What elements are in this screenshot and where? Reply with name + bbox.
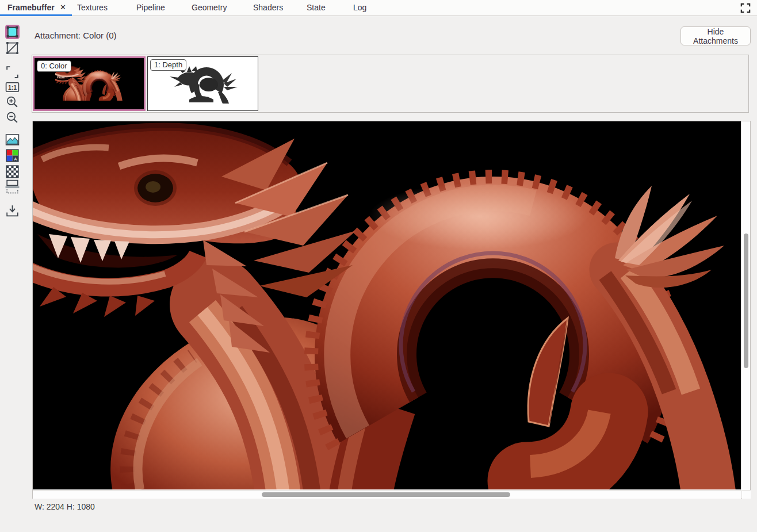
attachment-badge: 0: Color [37,60,71,72]
attachment-badge: 1: Depth [150,59,186,71]
tab-shaders[interactable]: Shaders [253,0,283,16]
zoom-in-icon [5,94,20,110]
tab-state[interactable]: State [307,0,326,16]
actual-size-button[interactable]: 1:1 [5,79,20,95]
tab-geometry[interactable]: Geometry [192,0,227,16]
horizontal-scrollbar-thumb[interactable] [262,492,510,497]
flip-vertical-icon [5,179,20,194]
framebuffer-render [33,121,741,489]
background-image-button[interactable] [5,132,20,148]
tab-pipeline[interactable]: Pipeline [136,0,165,16]
one-to-one-icon: 1:1 [5,79,20,95]
attachment-label: Attachment: Color (0) [35,30,117,40]
hide-attachments-button[interactable]: Hide Attachments [680,26,751,45]
tab-framebuffer[interactable]: Framebuffer [7,0,55,16]
save-icon [5,203,20,219]
alpha-checkerboard-button[interactable] [5,164,20,179]
svg-text:A: A [14,156,17,162]
horizontal-scrollbar[interactable] [33,490,741,499]
diagonal-square-icon [5,40,20,56]
checkerboard-icon [5,164,20,179]
tab-bar: Framebuffer ✕ Textures Pipeline Geometry… [0,0,757,16]
attachments-strip: 0: Color 1: Depth [32,55,749,113]
save-image-button[interactable] [5,203,20,219]
framebuffer-dimensions: W: 2204 H: 1080 [35,502,95,511]
fullscreen-icon[interactable] [740,3,751,13]
zoom-out-button[interactable] [5,110,20,125]
zoom-in-button[interactable] [5,94,20,110]
image-icon [5,132,20,148]
vertical-scrollbar[interactable] [741,121,750,489]
rgba-channels-icon: A [5,148,20,163]
no-attachment-button[interactable] [5,40,20,56]
color-attachment-swatch-button[interactable] [5,24,20,40]
active-tab-underline [0,14,72,16]
fit-window-icon [5,64,20,80]
framebuffer-viewport[interactable] [33,121,741,489]
attachment-thumb-color[interactable]: 0: Color [33,56,146,111]
fit-to-window-button[interactable] [5,64,20,80]
flip-vertical-button[interactable] [5,179,20,194]
scrollbar-corner [741,490,751,499]
tab-close-icon[interactable]: ✕ [60,0,66,16]
zoom-out-icon [5,110,20,125]
framebuffer-viewer [32,121,751,499]
tab-log[interactable]: Log [353,0,366,16]
tab-textures[interactable]: Textures [77,0,108,16]
svg-text:1:1: 1:1 [8,85,17,91]
vertical-scrollbar-thumb[interactable] [744,234,748,368]
rgba-channels-button[interactable]: A [5,148,20,163]
attachment-thumb-depth[interactable]: 1: Depth [147,56,258,111]
color-swatch-icon [5,24,20,40]
